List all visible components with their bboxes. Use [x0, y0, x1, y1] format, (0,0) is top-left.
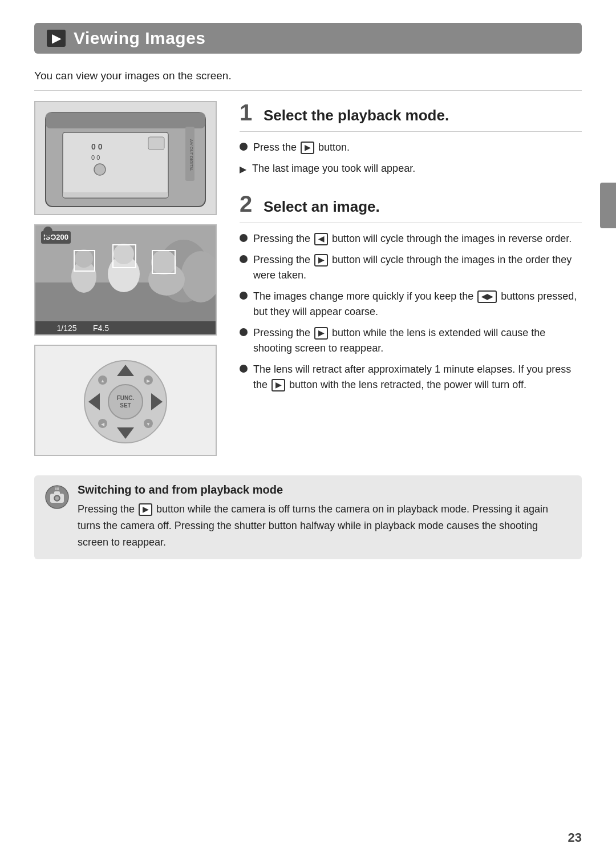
right-column: 1 Select the playback mode. Press the ▶ …: [240, 101, 582, 456]
svg-rect-1: [46, 112, 205, 128]
section-header: ▶ Viewing Images: [34, 23, 582, 54]
tip-playback-icon: ▶: [139, 503, 152, 516]
page: ▶ Viewing Images You can view your image…: [0, 0, 616, 868]
right-arrow-button-icon: ▶: [314, 254, 328, 267]
svg-text:◀: ◀: [101, 422, 105, 427]
svg-point-45: [55, 496, 59, 500]
step1-bullet-1: Press the ▶ button.: [240, 140, 582, 155]
svg-text:0 0: 0 0: [91, 154, 100, 161]
section-header-title: Viewing Images: [74, 29, 206, 48]
bullet-circle-icon: [240, 365, 248, 373]
svg-text:▶: ▶: [147, 378, 151, 383]
photo-preview-image: ISO200 1/125 F4.5: [34, 224, 217, 336]
step2-bullets: Pressing the ◀ button will cycle through…: [240, 231, 582, 393]
svg-rect-8: [148, 137, 164, 150]
svg-rect-46: [54, 491, 60, 495]
bullet-circle-icon: [240, 328, 248, 336]
step2-divider: [240, 223, 582, 223]
page-number: 23: [568, 830, 582, 845]
svg-text:FUNC.: FUNC.: [117, 395, 135, 401]
step1-bullet-1-text: Press the ▶ button.: [253, 140, 350, 155]
step1-block: 1 Select the playback mode. Press the ▶ …: [240, 101, 582, 176]
section-header-icon: ▶: [47, 30, 66, 47]
step2-title: Select an image.: [264, 198, 380, 216]
playback-button-icon: ▶: [301, 142, 314, 154]
step2-bullet-4-text: Pressing the ▶ button while the lens is …: [253, 325, 582, 356]
lr-buttons-icon: ◀▶: [477, 290, 497, 303]
playback-button-icon2: ▶: [314, 327, 328, 340]
svg-text:▲: ▲: [100, 378, 105, 383]
bullet-circle-icon: [240, 234, 248, 242]
svg-text:A/V OUT  DIGITAL: A/V OUT DIGITAL: [189, 139, 193, 172]
svg-text:1/125: 1/125: [56, 324, 76, 333]
step2-bullet-2: Pressing the ▶ button will cycle through…: [240, 252, 582, 283]
svg-point-19: [151, 250, 176, 275]
tip-icon: iii: [44, 485, 70, 510]
svg-rect-9: [63, 192, 168, 197]
step2-bullet-3: The images change more quickly if you ke…: [240, 289, 582, 320]
step1-number: 1: [240, 101, 256, 124]
step2-bullet-3-text: The images change more quickly if you ke…: [253, 289, 582, 320]
step1-bullet-2: ▶ The last image you took will appear.: [240, 161, 582, 176]
svg-text:▼: ▼: [146, 422, 151, 427]
svg-text:0 0: 0 0: [91, 142, 103, 151]
left-column: A/V OUT DIGITAL 0 0 0 0: [34, 101, 222, 456]
bullet-circle-icon: [240, 292, 248, 300]
svg-text:SET: SET: [120, 402, 131, 409]
playback-button-icon3: ▶: [271, 379, 285, 391]
step1-bullets: Press the ▶ button. ▶ The last image you…: [240, 140, 582, 176]
step2-number: 2: [240, 192, 256, 215]
svg-point-31: [108, 385, 143, 419]
step1-divider: [240, 131, 582, 132]
svg-point-7: [94, 164, 106, 175]
svg-text:iii: iii: [55, 486, 59, 491]
svg-point-15: [75, 249, 93, 268]
svg-point-17: [114, 244, 134, 264]
tip-content: Switching to and from playback mode Pres…: [78, 483, 569, 550]
tip-title: Switching to and from playback mode: [78, 483, 569, 496]
main-content: A/V OUT DIGITAL 0 0 0 0: [34, 101, 582, 456]
tip-body: Pressing the ▶ button while the camera i…: [78, 501, 569, 550]
step2-header: 2 Select an image.: [240, 192, 582, 216]
camera-controls-image: FUNC. SET ▲ ▶ ◀ ▼: [34, 345, 217, 456]
tip-box: iii Switching to and from playback mode …: [34, 475, 582, 559]
svg-text:F4.5: F4.5: [93, 324, 109, 333]
side-tab: [600, 183, 616, 228]
step1-header: 1 Select the playback mode.: [240, 101, 582, 124]
camera-back-image: A/V OUT DIGITAL 0 0 0 0: [34, 101, 217, 215]
arrow-icon: ▶: [240, 163, 246, 176]
step1-bullet-2-text: The last image you took will appear.: [252, 161, 415, 176]
bullet-circle-icon: [240, 143, 248, 151]
left-arrow-button-icon: ◀: [314, 233, 328, 245]
step1-title: Select the playback mode.: [264, 107, 449, 124]
step2-block: 2 Select an image. Pressing the ◀ button…: [240, 192, 582, 393]
step2-bullet-5-text: The lens will retract after approximatel…: [253, 362, 582, 393]
step2-bullet-1-text: Pressing the ◀ button will cycle through…: [253, 231, 572, 247]
step2-bullet-1: Pressing the ◀ button will cycle through…: [240, 231, 582, 247]
intro-text: You can view your images on the screen.: [34, 70, 582, 91]
bullet-circle-icon: [240, 255, 248, 263]
svg-point-25: [43, 227, 52, 236]
step2-bullet-4: Pressing the ▶ button while the lens is …: [240, 325, 582, 356]
step2-bullet-2-text: Pressing the ▶ button will cycle through…: [253, 252, 582, 283]
step2-bullet-5: The lens will retract after approximatel…: [240, 362, 582, 393]
